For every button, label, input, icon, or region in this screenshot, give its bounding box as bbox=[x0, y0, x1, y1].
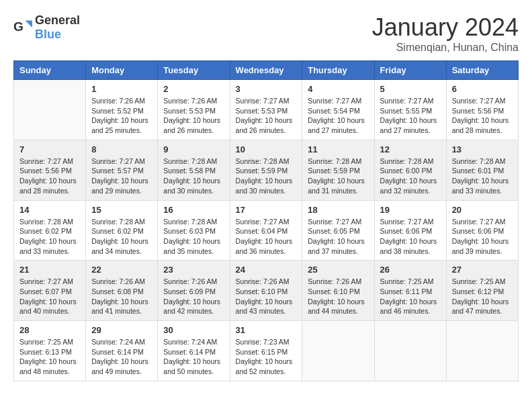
logo-blue: Blue bbox=[35, 28, 61, 41]
cell-info: Sunrise: 7:26 AMSunset: 5:52 PMDaylight:… bbox=[91, 96, 152, 136]
cell-info: Sunrise: 7:27 AMSunset: 5:55 PMDaylight:… bbox=[380, 96, 441, 136]
cell-info: Sunrise: 7:27 AMSunset: 6:04 PMDaylight:… bbox=[236, 217, 297, 257]
cell-day-number: 7 bbox=[19, 144, 80, 154]
cell-info: Sunrise: 7:26 AMSunset: 6:08 PMDaylight:… bbox=[91, 277, 152, 316]
calendar-cell: 24Sunrise: 7:26 AMSunset: 6:10 PMDayligh… bbox=[230, 261, 302, 321]
calendar-cell: 6Sunrise: 7:27 AMSunset: 5:56 PMDaylight… bbox=[446, 80, 518, 140]
cell-info: Sunrise: 7:24 AMSunset: 6:14 PMDaylight:… bbox=[163, 337, 224, 377]
cell-day-number: 23 bbox=[163, 265, 224, 275]
calendar-title: January 2024 bbox=[372, 13, 519, 42]
cell-info: Sunrise: 7:27 AMSunset: 6:05 PMDaylight:… bbox=[308, 217, 368, 257]
calendar-cell: 2Sunrise: 7:26 AMSunset: 5:53 PMDaylight… bbox=[158, 80, 230, 140]
calendar-cell: 4Sunrise: 7:27 AMSunset: 5:54 PMDaylight… bbox=[302, 80, 374, 140]
calendar-cell bbox=[302, 321, 374, 381]
cell-day-number: 30 bbox=[163, 325, 224, 335]
cell-day-number: 1 bbox=[91, 84, 152, 94]
svg-text:G: G bbox=[13, 19, 24, 34]
calendar-cell: 26Sunrise: 7:25 AMSunset: 6:11 PMDayligh… bbox=[374, 261, 446, 321]
page-header: G General Blue January 2024 Simenqian, H… bbox=[13, 13, 519, 54]
day-header-friday: Friday bbox=[374, 61, 446, 80]
cell-info: Sunrise: 7:26 AMSunset: 6:10 PMDaylight:… bbox=[236, 277, 297, 316]
title-block: January 2024 Simenqian, Hunan, China bbox=[372, 13, 519, 54]
cell-day-number: 22 bbox=[91, 265, 152, 275]
day-header-wednesday: Wednesday bbox=[230, 61, 302, 80]
logo-general: General bbox=[35, 13, 80, 27]
calendar-cell: 1Sunrise: 7:26 AMSunset: 5:52 PMDaylight… bbox=[86, 80, 158, 140]
cell-info: Sunrise: 7:28 AMSunset: 6:01 PMDaylight:… bbox=[452, 156, 513, 196]
cell-day-number: 18 bbox=[308, 205, 368, 215]
cell-info: Sunrise: 7:28 AMSunset: 6:00 PMDaylight:… bbox=[380, 156, 441, 196]
calendar-cell: 9Sunrise: 7:28 AMSunset: 5:58 PMDaylight… bbox=[158, 140, 230, 200]
cell-day-number: 10 bbox=[236, 144, 297, 154]
calendar-cell: 21Sunrise: 7:27 AMSunset: 6:07 PMDayligh… bbox=[14, 261, 86, 321]
calendar-cell: 7Sunrise: 7:27 AMSunset: 5:56 PMDaylight… bbox=[14, 140, 86, 200]
cell-day-number: 6 bbox=[452, 84, 513, 94]
calendar-cell: 11Sunrise: 7:28 AMSunset: 5:59 PMDayligh… bbox=[302, 140, 374, 200]
cell-day-number: 31 bbox=[236, 325, 297, 335]
day-header-tuesday: Tuesday bbox=[158, 61, 230, 80]
calendar-cell: 23Sunrise: 7:26 AMSunset: 6:09 PMDayligh… bbox=[158, 261, 230, 321]
cell-day-number: 4 bbox=[308, 84, 368, 94]
calendar-header-row: SundayMondayTuesdayWednesdayThursdayFrid… bbox=[14, 61, 519, 80]
cell-info: Sunrise: 7:26 AMSunset: 6:09 PMDaylight:… bbox=[163, 277, 224, 316]
calendar-cell: 29Sunrise: 7:24 AMSunset: 6:14 PMDayligh… bbox=[86, 321, 158, 381]
cell-day-number: 26 bbox=[380, 265, 441, 275]
calendar-subtitle: Simenqian, Hunan, China bbox=[372, 42, 519, 54]
calendar-cell bbox=[446, 321, 518, 381]
cell-day-number: 25 bbox=[308, 265, 368, 275]
calendar-cell: 17Sunrise: 7:27 AMSunset: 6:04 PMDayligh… bbox=[230, 200, 302, 261]
cell-day-number: 13 bbox=[452, 144, 513, 154]
calendar-cell: 25Sunrise: 7:26 AMSunset: 6:10 PMDayligh… bbox=[302, 261, 374, 321]
calendar-cell: 12Sunrise: 7:28 AMSunset: 6:00 PMDayligh… bbox=[374, 140, 446, 200]
calendar-cell: 14Sunrise: 7:28 AMSunset: 6:02 PMDayligh… bbox=[14, 200, 86, 261]
calendar-cell: 30Sunrise: 7:24 AMSunset: 6:14 PMDayligh… bbox=[158, 321, 230, 381]
day-header-saturday: Saturday bbox=[446, 61, 518, 80]
calendar-cell bbox=[14, 80, 86, 140]
cell-day-number: 14 bbox=[19, 205, 80, 215]
cell-info: Sunrise: 7:25 AMSunset: 6:11 PMDaylight:… bbox=[380, 277, 441, 316]
calendar-cell: 16Sunrise: 7:28 AMSunset: 6:03 PMDayligh… bbox=[158, 200, 230, 261]
calendar-cell: 10Sunrise: 7:28 AMSunset: 5:59 PMDayligh… bbox=[230, 140, 302, 200]
cell-info: Sunrise: 7:26 AMSunset: 6:10 PMDaylight:… bbox=[308, 277, 368, 316]
calendar-cell: 5Sunrise: 7:27 AMSunset: 5:55 PMDaylight… bbox=[374, 80, 446, 140]
cell-day-number: 29 bbox=[91, 325, 152, 335]
cell-day-number: 8 bbox=[91, 144, 152, 154]
cell-info: Sunrise: 7:25 AMSunset: 6:13 PMDaylight:… bbox=[19, 337, 80, 377]
calendar-cell bbox=[374, 321, 446, 381]
cell-info: Sunrise: 7:24 AMSunset: 6:14 PMDaylight:… bbox=[91, 337, 152, 377]
calendar-cell: 22Sunrise: 7:26 AMSunset: 6:08 PMDayligh… bbox=[86, 261, 158, 321]
cell-info: Sunrise: 7:27 AMSunset: 5:56 PMDaylight:… bbox=[452, 96, 513, 136]
calendar-cell: 20Sunrise: 7:27 AMSunset: 6:06 PMDayligh… bbox=[446, 200, 518, 261]
calendar-cell: 3Sunrise: 7:27 AMSunset: 5:53 PMDaylight… bbox=[230, 80, 302, 140]
cell-info: Sunrise: 7:27 AMSunset: 5:57 PMDaylight:… bbox=[91, 156, 152, 196]
cell-day-number: 16 bbox=[163, 205, 224, 215]
cell-day-number: 21 bbox=[19, 265, 80, 275]
cell-info: Sunrise: 7:28 AMSunset: 6:03 PMDaylight:… bbox=[163, 217, 224, 257]
cell-day-number: 2 bbox=[163, 84, 224, 94]
cell-day-number: 5 bbox=[380, 84, 441, 94]
cell-info: Sunrise: 7:28 AMSunset: 6:02 PMDaylight:… bbox=[91, 217, 152, 257]
calendar-week-row: 14Sunrise: 7:28 AMSunset: 6:02 PMDayligh… bbox=[14, 200, 519, 261]
cell-day-number: 24 bbox=[236, 265, 297, 275]
cell-day-number: 3 bbox=[236, 84, 297, 94]
cell-day-number: 27 bbox=[452, 265, 513, 275]
calendar-cell: 8Sunrise: 7:27 AMSunset: 5:57 PMDaylight… bbox=[86, 140, 158, 200]
cell-info: Sunrise: 7:27 AMSunset: 5:56 PMDaylight:… bbox=[19, 156, 80, 196]
cell-day-number: 19 bbox=[380, 205, 441, 215]
calendar-week-row: 1Sunrise: 7:26 AMSunset: 5:52 PMDaylight… bbox=[14, 80, 519, 140]
calendar-cell: 27Sunrise: 7:25 AMSunset: 6:12 PMDayligh… bbox=[446, 261, 518, 321]
day-header-thursday: Thursday bbox=[302, 61, 374, 80]
calendar-week-row: 21Sunrise: 7:27 AMSunset: 6:07 PMDayligh… bbox=[14, 261, 519, 321]
cell-info: Sunrise: 7:26 AMSunset: 5:53 PMDaylight:… bbox=[163, 96, 224, 136]
calendar-cell: 31Sunrise: 7:23 AMSunset: 6:15 PMDayligh… bbox=[230, 321, 302, 381]
cell-info: Sunrise: 7:28 AMSunset: 6:02 PMDaylight:… bbox=[19, 217, 80, 257]
calendar-cell: 28Sunrise: 7:25 AMSunset: 6:13 PMDayligh… bbox=[14, 321, 86, 381]
cell-info: Sunrise: 7:27 AMSunset: 6:06 PMDaylight:… bbox=[452, 217, 513, 257]
cell-day-number: 17 bbox=[236, 205, 297, 215]
cell-info: Sunrise: 7:27 AMSunset: 5:54 PMDaylight:… bbox=[308, 96, 368, 136]
svg-marker-1 bbox=[26, 21, 33, 28]
calendar-cell: 18Sunrise: 7:27 AMSunset: 6:05 PMDayligh… bbox=[302, 200, 374, 261]
cell-day-number: 9 bbox=[163, 144, 224, 154]
day-header-sunday: Sunday bbox=[14, 61, 86, 80]
cell-day-number: 12 bbox=[380, 144, 441, 154]
